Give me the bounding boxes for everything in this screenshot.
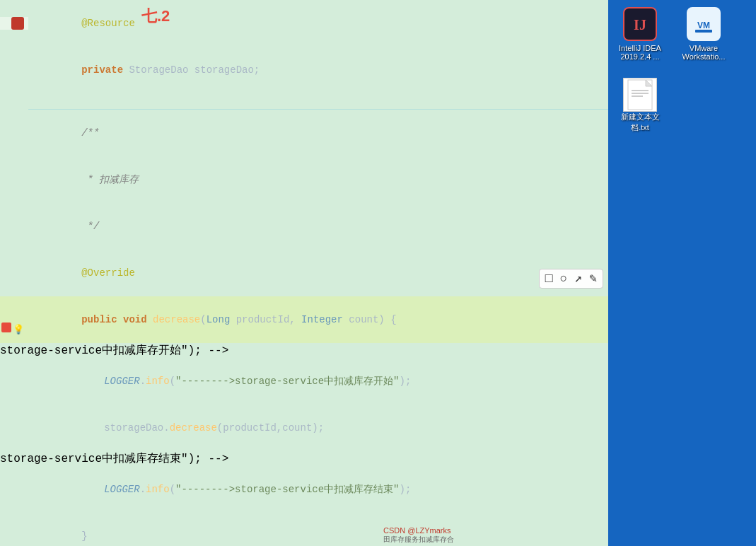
line-content-comment-start: /** [28, 110, 608, 156]
svg-text:IJ: IJ [634, 17, 646, 33]
watermark-csdn: CSDN @LZYmarks [383, 526, 454, 535]
svg-rect-4 [695, 30, 712, 33]
plain-semi1: ); [400, 376, 412, 387]
line-content-close: } [28, 513, 608, 546]
line-content-logger2: LOGGER.info("-------->storage-service中扣减… [28, 466, 608, 513]
editor-area: 七.2 @Resource private StorageDao storage… [0, 0, 608, 546]
plain-count: count) { [349, 314, 396, 325]
shape-rect-btn[interactable]: □ [545, 272, 553, 285]
line-method-sig: 💡 public void decrease(Long productId, I… [0, 296, 608, 343]
debug-marker [1, 323, 11, 332]
shape-pen-btn[interactable]: ✎ [589, 272, 597, 285]
bulb-icon: 💡 [13, 323, 24, 338]
line-private-dao: private StorageDao storageDao; [0, 47, 608, 93]
annotation-label: 七.2 [141, 6, 170, 27]
annotation-override: @Override [81, 267, 135, 279]
kw-void: void [123, 314, 153, 325]
desktop-icon-txt[interactable]: 新建文本文 档.txt [615, 78, 665, 133]
plain-paren: ( [200, 314, 206, 325]
desktop-bg [608, 306, 756, 546]
kw-private: private [81, 64, 129, 76]
kw-integer: Integer [301, 314, 349, 325]
desktop-icon-vmware[interactable]: VM VMware Workstatio... [679, 7, 728, 61]
txt-file-svg [626, 79, 654, 110]
comment-body: * 扣减库存 [81, 174, 139, 185]
kw-public: public [81, 314, 123, 325]
idea-logo-svg: IJ [627, 11, 653, 37]
line-override: @Override [0, 250, 608, 296]
line-content-comment-body: * 扣减库存 [28, 156, 608, 203]
vmware-icon-img: VM [687, 7, 721, 41]
vmware-logo-svg: VM [691, 11, 716, 37]
plain-storagedao: storageDao; [194, 64, 260, 76]
plain-args: (productId,count); [217, 422, 324, 434]
line-content-logger1: LOGGER.info("-------->storage-service中扣减… [28, 358, 608, 405]
str-logger2: "-------->storage-service中扣减库存结束" [175, 484, 399, 495]
plain-p1: ( [170, 376, 175, 387]
desktop-area: IJ IntelliJ IDEA 2019.2.4 ... VM VMware … [608, 0, 756, 546]
line-comment-body: * 扣减库存 [0, 156, 608, 203]
method-info-1: info [146, 376, 170, 387]
method-decrease2: decrease [170, 422, 217, 434]
shape-circle-btn[interactable]: ○ [560, 272, 568, 285]
line-content-resource: @Resource [28, 0, 608, 47]
cn-storagedao: StorageDao [129, 64, 194, 76]
service-impl-section: 七.2 @Resource private StorageDao storage… [0, 0, 608, 546]
desktop-top-bar: IJ IntelliJ IDEA 2019.2.4 ... VM VMware … [608, 0, 756, 71]
svg-text:VM: VM [697, 21, 710, 30]
watermark: CSDN @LZYmarks 田库存服务扣减库存合 [383, 526, 454, 545]
desktop-file-area: 新建文本文 档.txt [608, 71, 756, 140]
line-empty-1 [0, 93, 608, 109]
line-content-dao: private StorageDao storageDao; [28, 47, 608, 93]
plain-semi2: ); [400, 484, 412, 495]
plain-p2: ( [170, 484, 175, 495]
desktop-icon-idea[interactable]: IJ IntelliJ IDEA 2019.2.4 ... [615, 7, 665, 61]
bookmark-icon [11, 17, 24, 30]
line-logger-1: LOGGER.info("-------->storage-service中扣减… [0, 358, 608, 405]
idea-label: IntelliJ IDEA 2019.2.4 ... [619, 44, 661, 61]
txt-label: 新建文本文 档.txt [621, 112, 660, 133]
line-logger-2: LOGGER.info("-------->storage-service中扣减… [0, 466, 608, 513]
watermark-sub: 田库存服务扣减库存合 [383, 535, 454, 545]
line-content-dao-call: storageDao.decrease(productId,count); [28, 405, 608, 451]
annotation-resource: @Resource [81, 18, 135, 29]
kw-long: Long [207, 314, 236, 325]
method-info-2: info [146, 484, 170, 495]
line-dao-call: storageDao.decrease(productId,count); [0, 405, 608, 451]
line-content-comment-end: */ [28, 203, 608, 250]
line-comment-start: /** [0, 110, 608, 156]
comment-end: */ [81, 221, 99, 232]
gutter-1 [0, 17, 28, 30]
line-content-method: public void decrease(Long productId, Int… [28, 296, 608, 343]
line-content-override: @Override [28, 250, 608, 296]
comment-start: /** [81, 127, 99, 139]
logger-name-1: LOGGER [104, 376, 139, 387]
txt-icon-img [623, 78, 657, 112]
str-logger1: "-------->storage-service中扣减库存开始" [175, 376, 399, 387]
plain-dao: storageDao. [104, 422, 169, 434]
line-close-method: } [0, 513, 608, 546]
method-decrease: decrease [153, 314, 200, 325]
shape-toolbar: □ ○ ↗ ✎ [539, 269, 603, 289]
plain-dot2: . [140, 484, 146, 495]
plain-productid: productId, [236, 314, 301, 325]
plain-dot1: . [140, 376, 146, 387]
line-content-e1 [28, 93, 608, 109]
vmware-label: VMware Workstatio... [682, 44, 726, 61]
line-resource: @Resource [0, 0, 608, 47]
plain-close: } [81, 530, 87, 542]
idea-icon-img: IJ [623, 7, 657, 41]
line-comment-end: */ [0, 203, 608, 250]
shape-arrow-btn[interactable]: ↗ [574, 272, 582, 285]
logger-name-2: LOGGER [104, 484, 139, 495]
